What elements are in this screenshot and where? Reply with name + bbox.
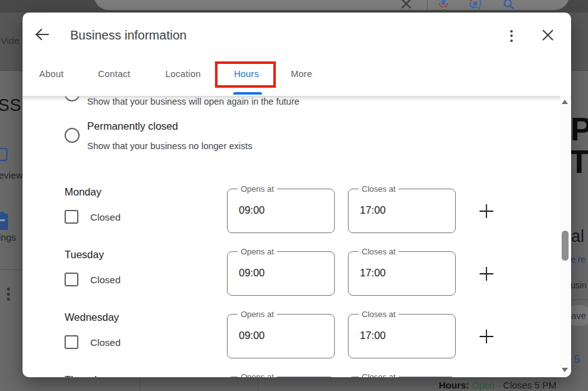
- opens-at-field-tuesday[interactable]: Opens at 09:00: [227, 251, 335, 296]
- closed-checkbox-tuesday[interactable]: [65, 273, 78, 286]
- radio-temporarily-closed[interactable]: [65, 96, 80, 102]
- opens-at-field-monday[interactable]: Opens at 09:00: [227, 189, 335, 233]
- closes-at-field-monday[interactable]: Closes at 17:00: [348, 189, 456, 233]
- closed-label-monday: Closed: [90, 212, 120, 223]
- google-lens-icon: [470, 0, 481, 13]
- microphone-icon: [438, 0, 449, 13]
- bookings-icon: [0, 214, 8, 230]
- opens-at-label: Opens at: [238, 184, 277, 194]
- more-options-button[interactable]: [504, 28, 519, 44]
- dialog-header: Business information: [23, 13, 571, 58]
- background-table-line: [140, 377, 140, 391]
- tab-hours[interactable]: Hours: [234, 69, 259, 79]
- day-label-tuesday: Tuesday: [65, 249, 104, 261]
- opens-at-label: Opens at: [238, 247, 277, 256]
- hours-label: Hours:: [439, 380, 469, 390]
- scrollbar[interactable]: [560, 96, 570, 377]
- scrollbar-up-arrow-icon[interactable]: [562, 100, 568, 104]
- background-bookings-fragment: ings: [0, 232, 16, 242]
- background-left-divider: [0, 269, 23, 270]
- hours-status: Open: [472, 380, 495, 390]
- day-label-thursday: Thursday: [65, 374, 108, 377]
- search-magnifier-icon: [503, 0, 515, 13]
- closes-at-value: 17:00: [360, 267, 386, 279]
- opens-at-value: 09:00: [239, 267, 265, 279]
- closes-at-label: Closes at: [359, 184, 399, 194]
- background-tab-fragment: Vide: [1, 35, 19, 46]
- background-hours-line: Hours: Open · Closes 5 PM: [439, 380, 557, 390]
- add-hours-button-wednesday[interactable]: [478, 328, 495, 345]
- background-reviews-fragment: eview: [0, 170, 23, 180]
- scrollbar-thumb[interactable]: [562, 231, 569, 261]
- background-kebab-icon: [7, 288, 10, 301]
- closes-at-value: 17:00: [360, 330, 386, 341]
- permanently-closed-label: Permanently closed: [87, 120, 178, 132]
- background-big-title-fragment-2: TA: [569, 143, 588, 180]
- closes-at-label: Closes at: [359, 372, 399, 377]
- scrollbar-down-arrow-icon[interactable]: [562, 368, 568, 372]
- closed-label-tuesday: Closed: [90, 274, 120, 286]
- opens-at-value: 09:00: [239, 330, 265, 341]
- closes-at-value: 17:00: [360, 204, 386, 216]
- tab-more[interactable]: More: [291, 69, 312, 79]
- add-hours-button-monday[interactable]: [478, 202, 495, 220]
- radio-permanently-closed[interactable]: [65, 128, 80, 143]
- background-link-fragment: e re: [570, 254, 585, 264]
- dialog-title: Business information: [70, 28, 187, 43]
- tab-contact[interactable]: Contact: [98, 69, 130, 79]
- tab-bar: About Contact Location Hours More: [23, 58, 571, 96]
- background-save-fragment: ave: [571, 310, 586, 321]
- closes-at-field-tuesday[interactable]: Closes at 17:00: [348, 251, 456, 296]
- active-tab-indicator: [233, 92, 262, 95]
- day-label-wednesday: Wednesday: [65, 311, 119, 323]
- business-information-dialog: Business information About Contact Locat…: [23, 13, 571, 377]
- opens-at-field-wednesday[interactable]: Opens at 09:00: [227, 314, 335, 358]
- background-text-fragment: usin: [570, 280, 587, 290]
- temporarily-closed-description: Show that your business will open again …: [87, 96, 300, 107]
- background-big-title-fragment-1: PI: [570, 110, 588, 148]
- search-bar: [94, 0, 569, 10]
- opens-at-label: Opens at: [238, 372, 277, 377]
- closes-at-field-thursday[interactable]: Closes at: [348, 377, 456, 377]
- permanently-closed-description: Show that your business no longer exists: [87, 141, 253, 151]
- day-label-monday: Monday: [65, 186, 102, 198]
- tab-location[interactable]: Location: [165, 69, 201, 79]
- closed-checkbox-wednesday[interactable]: [65, 335, 78, 349]
- closed-checkbox-monday[interactable]: [65, 210, 78, 224]
- opens-at-value: 09:00: [239, 204, 265, 216]
- close-button[interactable]: [540, 28, 558, 44]
- add-hours-button-tuesday[interactable]: [478, 265, 495, 283]
- background-table-line: [258, 377, 258, 391]
- hours-scroll-area: Show that your business will open again …: [23, 96, 571, 377]
- background-panel-name-fragment: al: [571, 227, 584, 246]
- closed-label-wednesday: Closed: [90, 337, 120, 348]
- background-number-fragment: 5: [574, 354, 580, 365]
- reviews-icon: [0, 148, 8, 161]
- background-right-divider: [572, 300, 588, 300]
- back-button[interactable]: [34, 26, 54, 45]
- closes-at-label: Closes at: [359, 247, 399, 256]
- clear-search-icon: [400, 0, 412, 10]
- tab-about[interactable]: About: [39, 69, 64, 79]
- opens-at-field-thursday[interactable]: Opens at: [227, 377, 335, 377]
- search-bar-divider: [427, 0, 428, 10]
- closes-at-field-wednesday[interactable]: Closes at 17:00: [348, 314, 456, 358]
- background-search-strip: [0, 0, 588, 13]
- opens-at-label: Opens at: [238, 310, 277, 319]
- closes-at-label: Closes at: [359, 310, 399, 319]
- hours-rest: · Closes 5 PM: [497, 380, 556, 390]
